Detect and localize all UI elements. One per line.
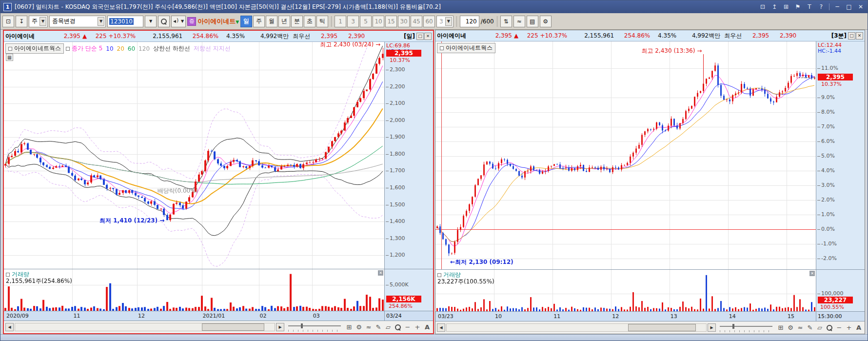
draw-pen-icon[interactable]: ✎ [806, 323, 814, 332]
price-tick-label: 1,500 [386, 201, 405, 208]
indicator-line-icon[interactable]: ≈ [364, 323, 373, 332]
close-icon[interactable]: ✕ [857, 3, 865, 10]
collapse-volume-icon[interactable]: ✕ [809, 271, 815, 276]
font-size-icon[interactable]: A [423, 323, 432, 332]
slider-handle[interactable] [732, 324, 734, 329]
volume-plot[interactable]: 거래량 2,155,961주(254.86%) ✕ [4, 269, 384, 311]
settings-gear-icon[interactable]: ⚙ [540, 16, 552, 27]
market-badge: 증 [187, 17, 196, 26]
layout-grid-icon[interactable]: ⊞ [776, 323, 785, 332]
stock-change-combo[interactable]: 종목변경▼ [49, 16, 106, 27]
interval-button-60[interactable]: 60 [423, 16, 435, 27]
chart-window-icon[interactable]: ⊡ [2, 16, 14, 27]
zoom-search-icon[interactable] [825, 323, 834, 332]
font-size-icon[interactable]: A [854, 323, 863, 332]
volume-plot[interactable]: 거래량 23,227주(100.55%) ✕ [435, 269, 816, 311]
minimize-icon[interactable]: ─ [833, 3, 841, 10]
legend-item: 저항선 지지선 [194, 44, 231, 53]
pin-icon[interactable]: ⚑ [794, 3, 802, 10]
ma-legend: 종가 단순 5102060120상한선 하한선저항선 지지선 [72, 44, 231, 53]
interval-button-45[interactable]: 45 [411, 16, 422, 27]
chevron-down-icon[interactable]: ▼ [98, 17, 104, 26]
text-tool-icon[interactable]: T [806, 3, 813, 10]
compare-stock-icon[interactable]: ⇅ [500, 16, 512, 27]
interval-button-15[interactable]: 15 [385, 16, 397, 27]
interval-button-1[interactable]: 1 [335, 16, 346, 27]
zoom-in-icon[interactable]: + [413, 323, 422, 332]
sound-button[interactable]: ▼ [171, 16, 186, 27]
date-axis-label: 15 [788, 313, 794, 320]
close-panel-icon[interactable]: ✕ [856, 32, 863, 40]
zoom-search-icon[interactable] [394, 323, 402, 332]
period-button-년[interactable]: 년 [278, 16, 290, 27]
stock-code-input[interactable]: 123010 [107, 16, 143, 27]
help-icon[interactable]: ? [817, 3, 825, 10]
scroll-left-icon[interactable]: ◀ [5, 323, 14, 331]
zoom-out-icon[interactable]: − [403, 323, 412, 332]
price-chart-plot[interactable]: 아이에이네트웍스 종가 단순 5102060120상한선 하한선저항선 지지선 … [4, 42, 384, 269]
chart-scrollbar[interactable] [15, 323, 275, 331]
price-tick-label: 9.0% [817, 94, 835, 100]
eraser-icon[interactable]: ▱ [815, 323, 824, 332]
settings-gear-icon[interactable]: ⚙ [355, 323, 363, 332]
period-button-분[interactable]: 분 [291, 16, 303, 27]
interval-button-5[interactable]: 5 [360, 16, 372, 27]
zoom-slider[interactable] [288, 323, 341, 332]
period-button-일[interactable]: 일 [240, 16, 252, 27]
daily-chart-panel: 아이에이네 2,395 ▲ 225 +10.37% 2,155,961 254.… [3, 30, 434, 334]
interval-button-3[interactable]: 3 [347, 16, 359, 27]
period-button-틱[interactable]: 틱 [316, 16, 328, 27]
price-change: 225 +10.37% [89, 33, 136, 40]
bars-count-input[interactable]: 120 [460, 16, 479, 27]
interval-button-30[interactable]: 30 [398, 16, 410, 27]
scroll-right-icon[interactable]: ▶ [276, 323, 284, 331]
window-number-badge: 1 [3, 3, 12, 11]
zoom-slider[interactable] [720, 323, 772, 332]
eraser-icon[interactable]: ▱ [384, 323, 393, 332]
zoom-in-icon[interactable]: + [845, 323, 853, 332]
restore-panel-icon[interactable]: □ [848, 32, 855, 40]
save-layout-icon[interactable]: ▤ [527, 16, 538, 27]
maximize-icon[interactable]: □ [845, 3, 853, 10]
tile-windows-icon[interactable]: ⊞ [782, 3, 790, 10]
indicator-tab[interactable]: 아이에이네트웍스 [437, 43, 495, 53]
interval-select[interactable]: 3▼ [436, 16, 454, 27]
scroll-right-icon[interactable]: ▶ [708, 323, 716, 332]
scrollbar-thumb[interactable] [628, 324, 695, 331]
price-chart-plot[interactable]: 아이에이네트웍스 최고 2,430 (13:36) → ←최저 2,130 (0… [435, 41, 816, 269]
code-dropdown-icon[interactable]: ▼ [145, 16, 157, 27]
add-indicator-icon[interactable]: ≈ [513, 16, 525, 27]
window-title: [0607] 멀티차트 - KOSDAQ 외국인보유[1,797(천)] 주식수… [15, 3, 441, 11]
best-ask: 2,395 [310, 33, 337, 40]
timeframe-tag: [3분] [831, 32, 847, 40]
slider-handle[interactable] [301, 323, 303, 328]
search-button[interactable] [158, 16, 170, 27]
period-button-주[interactable]: 주 [253, 16, 265, 27]
date-axis-label: 12 [612, 313, 619, 320]
settings-gear-icon[interactable]: ⚙ [786, 323, 795, 332]
collapse-volume-icon[interactable]: ✕ [378, 270, 383, 276]
clone-window-icon[interactable]: ⊡ [759, 3, 767, 10]
checkbox-icon [6, 273, 10, 277]
volume-value: 2,155,961 [136, 33, 182, 40]
chart-grid-icon[interactable]: ▦ [6, 54, 13, 61]
scrollbar-thumb[interactable] [202, 323, 264, 331]
period-button-월[interactable]: 월 [266, 16, 277, 27]
close-panel-icon[interactable]: ✕ [424, 33, 432, 40]
dock-top-icon[interactable]: ↥ [770, 3, 778, 10]
price-tick-label: 2,000 [386, 117, 405, 123]
layout-grid-icon[interactable]: ⊞ [345, 323, 354, 332]
scroll-left-icon[interactable]: ◀ [437, 323, 445, 332]
zoom-out-icon[interactable]: − [835, 323, 844, 332]
best-ask: 2,395 [742, 32, 769, 39]
interval-button-10[interactable]: 10 [373, 16, 384, 27]
draw-pen-icon[interactable]: ✎ [374, 323, 383, 332]
restore-panel-icon[interactable]: □ [416, 33, 424, 40]
chevron-down-icon[interactable]: ▼ [39, 17, 46, 26]
indicator-line-icon[interactable]: ≈ [796, 323, 805, 332]
chart-scrollbar[interactable] [446, 323, 707, 332]
period-button-초[interactable]: 초 [304, 16, 316, 27]
indicator-tab[interactable]: 아이에이네트웍스 [5, 43, 64, 54]
save-chart-icon[interactable]: ↧ [16, 16, 27, 27]
period-quick-combo[interactable]: 주▼ [29, 16, 48, 27]
